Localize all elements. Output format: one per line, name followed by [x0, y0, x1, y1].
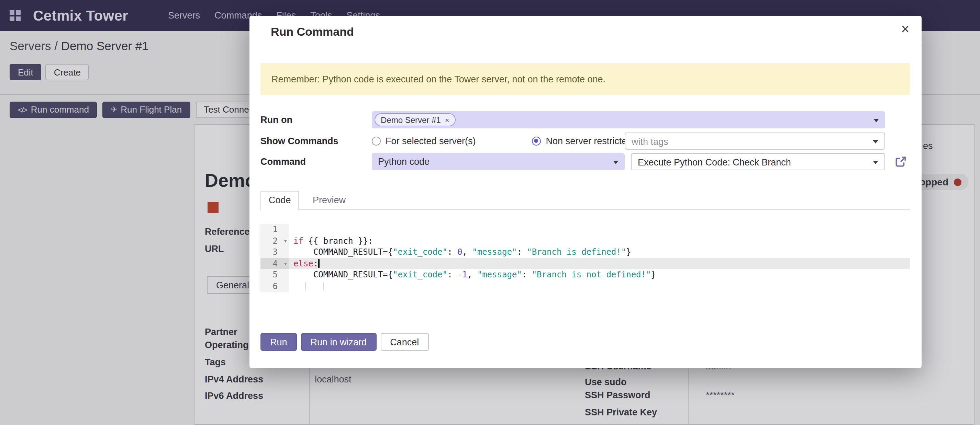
gutter-line-4[interactable]: 4▾	[261, 258, 289, 269]
line-number: 1	[273, 225, 278, 234]
token-pl: :	[517, 247, 527, 257]
token-pl: :	[447, 247, 457, 257]
radio-for-selected-servers[interactable]	[372, 136, 381, 146]
modal-footer: Run Run in wizard Cancel	[261, 333, 428, 351]
editor-code-area[interactable]: if {{ branch }}: COMMAND_RESULT={"exit_c…	[289, 224, 910, 292]
code-line-2[interactable]: if {{ branch }}:	[289, 235, 910, 246]
token-kw: if	[293, 236, 304, 246]
command-type-select[interactable]: Python code	[372, 153, 625, 170]
line-number: 2	[273, 236, 278, 246]
code-editor[interactable]: 12▾34▾56 if {{ branch }}: COMMAND_RESULT…	[261, 224, 910, 292]
show-commands-options: For selected server(s) Non server restri…	[372, 133, 632, 150]
token-pl: COMMAND_RESULT={	[293, 270, 393, 279]
line-number: 4	[273, 258, 278, 268]
token-pl: :	[313, 258, 318, 268]
token-pl: ,	[462, 247, 472, 257]
code-line-6[interactable]	[289, 281, 910, 292]
token-pl: }	[626, 247, 631, 257]
tab-preview[interactable]: Preview	[307, 191, 351, 209]
token-str: "exit_code"	[393, 247, 447, 257]
gutter-line-3[interactable]: 3	[261, 246, 289, 258]
cancel-button[interactable]: Cancel	[380, 333, 428, 351]
line-number: 5	[273, 270, 278, 279]
gutter-line-6[interactable]: 6	[261, 281, 289, 292]
screen: Cetmix Tower ServersCommandsFilesToolsSe…	[0, 0, 980, 425]
code-line-5[interactable]: COMMAND_RESULT={"exit_code": -1, "messag…	[289, 269, 910, 281]
token-pl: :	[447, 270, 457, 279]
remove-tag-icon[interactable]: ×	[445, 116, 449, 124]
indent-guide	[305, 282, 306, 290]
fold-arrow-icon[interactable]: ▾	[283, 235, 287, 246]
code-line-4[interactable]: else:	[289, 258, 910, 269]
show-commands-label: Show Commands	[261, 133, 339, 150]
token-pl: ,	[467, 270, 477, 279]
with-tags-select[interactable]: with tags	[625, 133, 885, 150]
token-num: 0	[457, 247, 462, 257]
token-pl: :	[522, 270, 532, 279]
modal-title: Run Command	[271, 25, 354, 39]
token-str: "message"	[477, 270, 522, 279]
token-str: "exit_code"	[393, 270, 447, 279]
command-select[interactable]: Execute Python Code: Check Branch	[631, 153, 885, 170]
code-line-3[interactable]: COMMAND_RESULT={"exit_code": 0, "message…	[289, 246, 910, 258]
chevron-down-icon[interactable]	[873, 160, 878, 164]
tabs-underline	[261, 209, 910, 210]
tab-code[interactable]: Code	[261, 191, 299, 210]
run-command-modal: Run Command × Remember: Python code is e…	[250, 16, 921, 368]
gutter-line-1[interactable]: 1	[261, 224, 289, 235]
run-button[interactable]: Run	[261, 333, 297, 351]
token-pl: COMMAND_RESULT={	[293, 247, 393, 257]
gutter-line-2[interactable]: 2▾	[261, 235, 289, 246]
server-tag-label: Demo Server #1	[381, 115, 441, 125]
close-icon[interactable]: ×	[901, 22, 909, 36]
token-kw: else	[293, 258, 313, 268]
editor-gutter: 12▾34▾56	[261, 224, 289, 292]
radio-non-server-restricted-label[interactable]: Non server restricted	[546, 136, 632, 146]
command-type-value: Python code	[378, 157, 430, 167]
run-on-label: Run on	[261, 111, 293, 128]
command-value: Execute Python Code: Check Branch	[638, 157, 791, 168]
line-number: 3	[273, 247, 278, 257]
server-tag: Demo Server #1 ×	[375, 113, 456, 126]
chevron-down-icon[interactable]	[873, 119, 879, 122]
line-number: 6	[273, 281, 278, 291]
python-warning-alert: Remember: Python code is executed on the…	[261, 63, 910, 95]
radio-non-server-restricted[interactable]	[532, 136, 541, 146]
chevron-down-icon[interactable]	[873, 140, 878, 143]
run-on-field[interactable]: Demo Server #1 ×	[372, 111, 885, 128]
token-pl: {{ branch }}:	[304, 236, 373, 246]
command-label: Command	[261, 153, 306, 170]
token-pl: }	[651, 270, 655, 279]
token-num: -1	[457, 270, 467, 279]
token-str: "Branch is not defined!"	[532, 270, 651, 279]
chevron-down-icon[interactable]	[613, 160, 619, 164]
alert-text: Remember: Python code is executed on the…	[272, 74, 605, 84]
text-cursor	[318, 258, 319, 267]
radio-for-selected-servers-label[interactable]: For selected server(s)	[385, 136, 476, 146]
indent-guide	[323, 282, 324, 290]
with-tags-placeholder: with tags	[632, 136, 668, 147]
gutter-line-5[interactable]: 5	[261, 269, 289, 281]
token-str: "Branch is defined!"	[527, 247, 626, 257]
token-str: "message"	[472, 247, 517, 257]
fold-arrow-icon[interactable]: ▾	[283, 258, 287, 269]
external-link-icon[interactable]	[895, 156, 907, 168]
code-line-1[interactable]	[289, 224, 910, 235]
run-in-wizard-button[interactable]: Run in wizard	[301, 333, 377, 351]
